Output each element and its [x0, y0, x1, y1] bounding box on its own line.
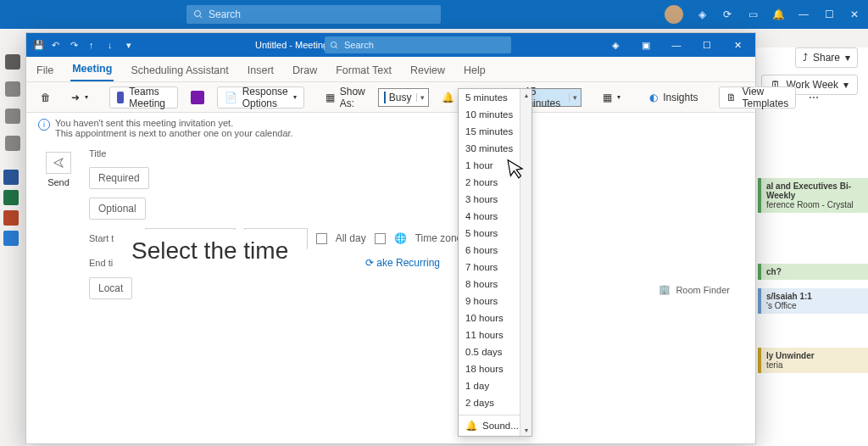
tab-scheduling[interactable]: Scheduling Assistant [129, 59, 230, 81]
showas-value: Busy [389, 92, 412, 103]
todo-tile-icon[interactable] [3, 231, 19, 246]
busy-swatch-icon [384, 92, 386, 103]
outlook-search[interactable]: Search [186, 5, 441, 24]
more-icon[interactable]: ▾ [126, 40, 136, 50]
scroll-down-icon[interactable]: ▾ [520, 424, 531, 436]
sound-label: Sound... [482, 421, 519, 431]
scroll-up-icon[interactable]: ▴ [520, 89, 531, 101]
info-line1: You haven't sent this meeting invitation… [55, 118, 293, 128]
info-icon: i [38, 119, 50, 131]
showas-select[interactable]: Busy [378, 88, 429, 107]
calendar-event[interactable]: s/Isaiah 1:1 's Office [758, 288, 868, 314]
redo-icon[interactable]: ↷ [70, 40, 81, 50]
diamond-icon[interactable]: ◈ [695, 8, 709, 21]
user-avatar[interactable] [665, 5, 683, 24]
search-icon [330, 41, 339, 50]
showas-label: Show As: [340, 86, 365, 109]
required-button[interactable]: Required [89, 167, 149, 189]
maximize-icon[interactable]: ☐ [822, 8, 836, 21]
chevron-down-icon: ▾ [845, 52, 850, 64]
minimize-button[interactable]: — [662, 33, 691, 57]
tab-format[interactable]: Format Text [334, 59, 393, 81]
insights-icon: ◐ [649, 92, 658, 103]
outlook-titlebar: Search ◈ ⟳ ▭ 🔔 — ☐ ✕ [0, 0, 868, 29]
chevron-down-icon: ▾ [843, 79, 849, 91]
event-room: ference Room - Crystal [766, 200, 863, 209]
tab-file[interactable]: File [35, 59, 55, 81]
meeting-body: Send Title Required Optional Start time … [26, 143, 755, 313]
powerpoint-tile-icon[interactable] [3, 210, 19, 226]
meeting-tabstrip: File Meeting Scheduling Assistant Insert… [26, 57, 755, 82]
bell-icon: 🔔 [465, 420, 477, 432]
sync-icon[interactable]: ⟳ [721, 8, 734, 21]
room-finder-button[interactable]: 🏢 Room Finder [659, 284, 730, 295]
event-room: teria [766, 360, 863, 370]
globe-icon: 🌐 [394, 232, 407, 244]
info-line2: This appointment is next to another one … [55, 128, 293, 138]
save-icon[interactable]: 💾 [33, 40, 43, 50]
teams-icon [117, 92, 124, 103]
maximize-button[interactable]: ☐ [693, 33, 721, 57]
arrow-icon: ➜ [71, 92, 80, 103]
close-button[interactable]: ✕ [723, 33, 752, 57]
send-button[interactable] [46, 152, 71, 174]
title-label: Title [89, 148, 136, 159]
diamond-icon[interactable]: ◈ [601, 33, 630, 57]
dropdown-scrollbar[interactable]: ▴ ▾ [520, 89, 531, 436]
calendar-event[interactable]: al and Executives Bi-Weekly ference Room… [758, 178, 868, 213]
down-icon[interactable]: ↓ [108, 40, 118, 50]
reminder-dropdown: 5 minutes10 minutes15 minutes30 minutes1… [458, 88, 532, 437]
timezones-checkbox[interactable] [375, 233, 386, 244]
svg-point-0 [195, 11, 201, 17]
onenote-icon [191, 91, 204, 104]
response-options-button[interactable]: 📄 Response Options ▾ [217, 86, 304, 109]
overflow-button[interactable]: ⋯ [801, 86, 826, 109]
tab-review[interactable]: Review [409, 59, 447, 81]
bell-icon[interactable]: 🔔 [771, 8, 785, 21]
insights-button[interactable]: ◐ Insights [642, 86, 705, 109]
forward-button[interactable]: ➜▾ [64, 86, 96, 109]
view-templates-button[interactable]: 🗎 View Templates [719, 86, 796, 109]
onenote-button[interactable] [183, 86, 212, 109]
make-recurring-link[interactable]: ⟳ ake Recurring [365, 257, 440, 269]
chevron-down-icon: ▾ [293, 93, 297, 101]
people-rail-icon[interactable] [5, 109, 20, 124]
tray-icon[interactable]: ▭ [746, 8, 760, 21]
location-button[interactable]: Locat [89, 277, 132, 299]
location-label: Locat [98, 282, 123, 294]
word-tile-icon[interactable] [3, 170, 19, 185]
share-button[interactable]: ⤴ Share ▾ [795, 47, 858, 68]
mail-rail-icon[interactable] [5, 54, 20, 70]
calendar-event[interactable]: ly Unwinder teria [758, 348, 868, 373]
optional-button[interactable]: Optional [89, 198, 146, 220]
tab-insert[interactable]: Insert [246, 59, 275, 81]
tab-help[interactable]: Help [462, 59, 487, 81]
teams-meeting-button[interactable]: Teams Meeting [109, 86, 178, 109]
event-title: ch? [766, 267, 863, 276]
bell-icon: 🔔 [442, 92, 454, 103]
minimize-icon[interactable]: — [797, 8, 810, 21]
response-label: Response Options [242, 86, 288, 109]
tab-draw[interactable]: Draw [291, 59, 319, 81]
tab-meeting[interactable]: Meeting [70, 58, 114, 81]
optional-label: Optional [98, 203, 136, 215]
close-icon[interactable]: ✕ [848, 8, 861, 21]
todo-rail-icon[interactable] [5, 136, 20, 151]
calendar-rail-icon[interactable] [5, 81, 20, 97]
delete-button[interactable]: 🗑 [33, 86, 58, 109]
categorize-button[interactable]: ▦▾ [595, 86, 628, 109]
undo-icon[interactable]: ↶ [52, 40, 62, 50]
instruction-overlay: Select the time [114, 231, 305, 273]
response-icon: 📄 [225, 92, 237, 103]
allday-checkbox[interactable] [316, 233, 327, 244]
excel-tile-icon[interactable] [3, 190, 19, 205]
search-placeholder: Search [344, 40, 374, 50]
meeting-search[interactable]: Search [325, 36, 511, 53]
calendar-event[interactable]: ch? [758, 264, 868, 280]
up-icon[interactable]: ↑ [89, 40, 99, 50]
allday-label: All day [336, 232, 366, 244]
restore-icon[interactable]: ▣ [632, 33, 660, 57]
meeting-infobar: i You haven't sent this meeting invitati… [26, 113, 755, 143]
svg-line-1 [200, 16, 203, 19]
insights-label: Insights [663, 92, 698, 103]
